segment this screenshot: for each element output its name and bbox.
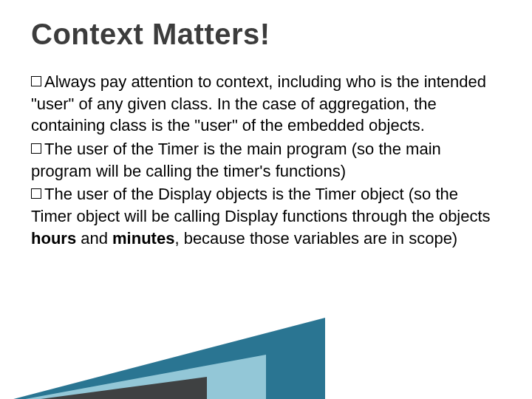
- decorative-wedge-dark: [0, 377, 207, 399]
- bullet-3-lead: The: [44, 185, 72, 203]
- bullet-3-bold-minutes: minutes: [112, 229, 174, 248]
- bullet-2: The user of the Timer is the main progra…: [31, 138, 501, 182]
- bullet-3-after: , because those variables are in scope): [174, 229, 457, 248]
- bullet-3-bold-hours: hours: [31, 229, 76, 248]
- bullet-marker-icon: [31, 188, 41, 199]
- slide-title: Context Matters!: [31, 18, 270, 51]
- bullet-1: Always pay attention to context, includi…: [31, 71, 501, 137]
- bullet-3: The user of the Display objects is the T…: [31, 183, 501, 249]
- bullet-1-lead: Always: [44, 72, 96, 91]
- bullet-2-rest: user of the Timer is the main program (s…: [31, 140, 441, 180]
- slide-body: Always pay attention to context, includi…: [31, 71, 501, 251]
- bullet-3-mid: and: [76, 229, 112, 248]
- bullet-marker-icon: [31, 143, 41, 154]
- bullet-2-lead: The: [44, 140, 72, 158]
- bullet-marker-icon: [31, 76, 41, 86]
- bullet-1-rest: pay attention to context, including who …: [31, 72, 486, 134]
- bullet-3-before: user of the Display objects is the Timer…: [31, 185, 491, 225]
